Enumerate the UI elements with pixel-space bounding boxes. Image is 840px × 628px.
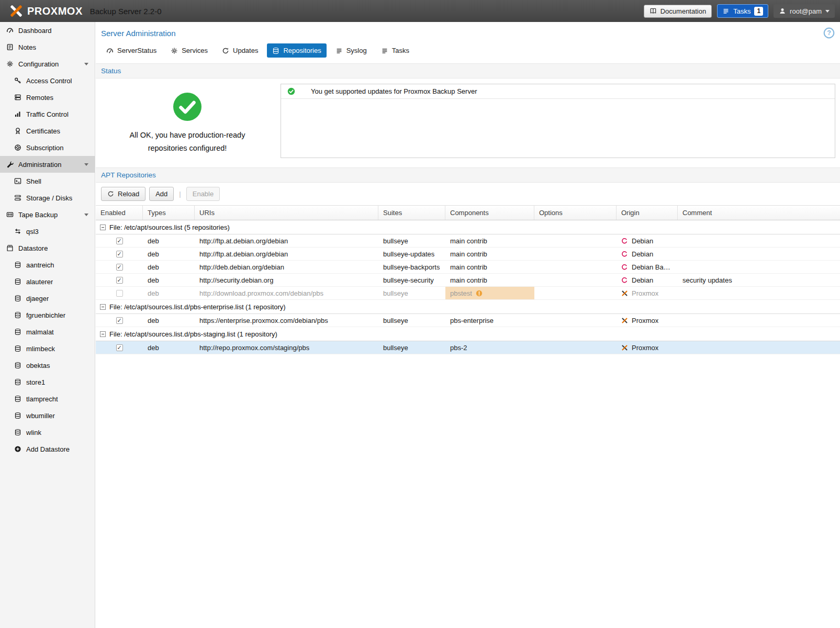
enabled-checkbox[interactable] — [116, 251, 123, 257]
sidebar-item-configuration[interactable]: Configuration — [0, 55, 95, 72]
suite-value: bullseye-updates — [383, 250, 434, 258]
group-row[interactable]: File: /etc/apt/sources.list (5 repositor… — [96, 220, 840, 234]
sidebar-item-remotes[interactable]: Remotes — [0, 89, 95, 106]
header-actions: Documentation Tasks 1 root@pam — [644, 4, 835, 18]
sidebar-item-notes[interactable]: Notes — [0, 39, 95, 55]
enabled-cell — [96, 261, 143, 273]
types-cell: deb — [143, 261, 195, 273]
sidebar-item-wbumiller[interactable]: wbumiller — [0, 407, 95, 424]
sidebar-item-malmalat[interactable]: malmalat — [0, 323, 95, 340]
sidebar-item-traffic-control[interactable]: Traffic Control — [0, 106, 95, 122]
sidebar-item-label: malmalat — [26, 328, 54, 336]
comment-cell — [678, 261, 840, 273]
sidebar-item-dashboard[interactable]: Dashboard — [0, 22, 95, 39]
enabled-checkbox[interactable] — [116, 317, 123, 324]
sidebar-item-label: Certificates — [26, 127, 60, 135]
column-header-components[interactable]: Components — [445, 206, 534, 220]
tab-serverstatus[interactable]: ServerStatus — [101, 43, 162, 58]
comment-value: security updates — [682, 276, 732, 284]
sidebar-item-djaeger[interactable]: djaeger — [0, 290, 95, 307]
column-header-types[interactable]: Types — [143, 206, 195, 220]
enabled-cell — [96, 287, 143, 299]
type-value: deb — [148, 237, 159, 245]
sidebar-item-subscription[interactable]: Subscription — [0, 139, 95, 156]
uri-cell: http://security.debian.org — [195, 274, 378, 286]
enabled-checkbox[interactable] — [116, 277, 123, 284]
user-menu-button[interactable]: root@pam — [774, 4, 835, 18]
column-header-enabled[interactable]: Enabled — [96, 206, 143, 220]
tab-updates[interactable]: Updates — [217, 43, 263, 58]
repo-row[interactable]: debhttp://ftp.at.debian.org/debianbullse… — [96, 248, 840, 261]
page-header: Server Administration ? — [96, 22, 840, 41]
sidebar-item-wlink[interactable]: wlink — [0, 424, 95, 441]
repo-row[interactable]: debhttps://enterprise.proxmox.com/debian… — [96, 314, 840, 327]
sidebar-item-add-datastore[interactable]: Add Datastore — [0, 441, 95, 457]
enabled-checkbox[interactable] — [116, 264, 123, 271]
group-label: File: /etc/apt/sources.list.d/pbs-enterp… — [109, 303, 286, 311]
enabled-checkbox[interactable] — [116, 290, 123, 297]
repo-table-body: File: /etc/apt/sources.list (5 repositor… — [96, 220, 840, 354]
list-icon — [335, 47, 343, 54]
exchange-icon — [14, 228, 21, 235]
sidebar-item-datastore[interactable]: Datastore — [0, 240, 95, 256]
collapse-icon[interactable] — [100, 225, 106, 230]
traffic-icon — [14, 110, 21, 118]
help-icon[interactable]: ? — [823, 27, 835, 39]
tab-tasks[interactable]: Tasks — [376, 43, 415, 58]
database-icon — [14, 395, 21, 402]
sidebar-item-qsl3[interactable]: qsl3 — [0, 223, 95, 240]
enabled-checkbox[interactable] — [116, 344, 123, 351]
tab-services[interactable]: Services — [165, 43, 213, 58]
repo-row[interactable]: debhttp://repo.proxmox.com/staging/pbsbu… — [96, 341, 840, 354]
sidebar-item-label: Dashboard — [18, 27, 52, 35]
origin-value: Proxmox — [632, 317, 658, 324]
database-icon — [272, 47, 279, 54]
collapse-icon[interactable] — [100, 304, 106, 310]
components-cell: pbstest — [445, 287, 534, 299]
column-header-suites[interactable]: Suites — [378, 206, 445, 220]
sidebar-item-tlamprecht[interactable]: tlamprecht — [0, 390, 95, 407]
gauge-icon — [6, 27, 14, 34]
enabled-checkbox[interactable] — [116, 238, 123, 244]
sidebar-item-tape-backup[interactable]: Tape Backup — [0, 206, 95, 223]
sidebar-item-aantreich[interactable]: aantreich — [0, 256, 95, 273]
sidebar-item-obektas[interactable]: obektas — [0, 357, 95, 374]
database-icon — [14, 295, 21, 302]
group-row[interactable]: File: /etc/apt/sources.list.d/pbs-stagin… — [96, 327, 840, 341]
repo-row[interactable]: debhttp://download.proxmox.com/debian/pb… — [96, 287, 840, 300]
repo-row[interactable]: debhttp://ftp.at.debian.org/debianbullse… — [96, 234, 840, 248]
column-header-uris[interactable]: URIs — [195, 206, 378, 220]
column-header-comment[interactable]: Comment — [678, 206, 840, 220]
sidebar-item-label: Remotes — [26, 94, 53, 102]
sidebar-item-certificates[interactable]: Certificates — [0, 122, 95, 139]
reload-button[interactable]: Reload — [101, 187, 145, 201]
sidebar-item-mlimbeck[interactable]: mlimbeck — [0, 340, 95, 357]
group-label: File: /etc/apt/sources.list (5 repositor… — [109, 223, 230, 231]
sidebar-item-storage-disks[interactable]: Storage / Disks — [0, 189, 95, 206]
enable-button[interactable]: Enable — [186, 187, 220, 201]
tasks-button[interactable]: Tasks 1 — [717, 4, 768, 18]
tab-repositories[interactable]: Repositories — [267, 43, 326, 58]
repo-row[interactable]: debhttp://deb.debian.org/debianbullseye-… — [96, 261, 840, 274]
components-cell: main contrib — [445, 248, 534, 260]
column-header-origin[interactable]: Origin — [617, 206, 678, 220]
origin-cell: Debian — [617, 234, 678, 247]
column-header-options[interactable]: Options — [534, 206, 617, 220]
options-cell — [534, 248, 617, 260]
column-header-label: Origin — [621, 209, 640, 217]
repo-row[interactable]: debhttp://security.debian.orgbullseye-se… — [96, 274, 840, 287]
tab-syslog[interactable]: Syslog — [330, 43, 372, 58]
collapse-icon[interactable] — [100, 331, 106, 337]
documentation-button[interactable]: Documentation — [644, 5, 712, 18]
sidebar-item-store1[interactable]: store1 — [0, 374, 95, 390]
sidebar-item-administration[interactable]: Administration — [0, 156, 95, 173]
page-title: Server Administration — [101, 29, 176, 38]
sidebar-item-shell[interactable]: Shell — [0, 173, 95, 189]
components-value: main contrib — [450, 263, 487, 271]
main-content: Server Administration ? ServerStatusServ… — [96, 22, 840, 628]
add-button[interactable]: Add — [149, 187, 174, 201]
group-row[interactable]: File: /etc/apt/sources.list.d/pbs-enterp… — [96, 300, 840, 314]
sidebar-item-fgruenbichler[interactable]: fgruenbichler — [0, 307, 95, 323]
sidebar-item-access-control[interactable]: Access Control — [0, 72, 95, 89]
sidebar-item-alauterer[interactable]: alauterer — [0, 273, 95, 290]
